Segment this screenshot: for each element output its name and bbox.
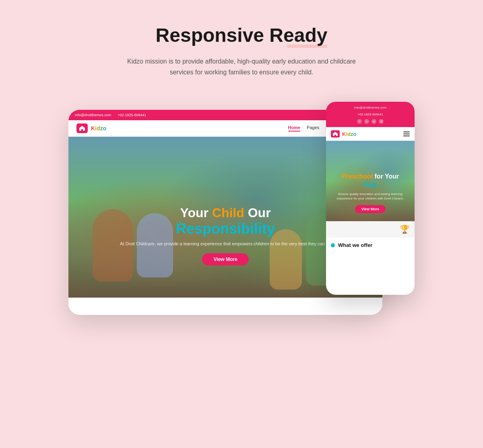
- mobile-what-we-offer-section: What we offer: [326, 237, 415, 251]
- mobile-for-your-kids-text: for Your: [375, 173, 399, 180]
- page-subtitle: Kidzo mission is to provide affordable, …: [117, 56, 366, 78]
- hero-title-line2: Responsibility: [101, 220, 350, 237]
- mobile-top-bar: info@droitthemes.com +02-1825-609441 f t…: [326, 102, 415, 127]
- svg-marker-1: [332, 132, 338, 136]
- mobile-nav: Kidzo: [326, 127, 415, 141]
- mobile-preschool-text: Preschool: [342, 173, 373, 180]
- mobile-logo: Kidzo: [331, 130, 356, 138]
- hero-child-text: Child: [212, 206, 248, 220]
- nav-home[interactable]: Home: [288, 125, 301, 132]
- mobile-contact-info: info@droitthemes.com +02-1825-609441: [331, 105, 410, 117]
- hamburger-line-1: [403, 132, 410, 132]
- hamburger-menu-icon[interactable]: [403, 132, 410, 136]
- mobile-hero-title: Preschool for Your Kids: [330, 173, 411, 189]
- tablet-email: info@droitthemes.com: [75, 113, 111, 117]
- hero-your-text: Your: [180, 206, 212, 220]
- offer-dot-icon: [331, 243, 335, 247]
- mobile-house-icon: [332, 132, 339, 136]
- mobile-email: info@droitthemes.com: [354, 105, 386, 111]
- tablet-contact-info: info@droitthemes.com +02-1825-609441: [75, 113, 147, 117]
- mobile-pinterest-icon: ⊕: [379, 119, 384, 124]
- hamburger-line-2: [403, 134, 410, 134]
- trophy-icon: 🏆: [400, 224, 410, 234]
- mobile-logo-text: Kidzo: [342, 131, 356, 137]
- devices-wrapper: info@droitthemes.com +02-1825-609441 Fol…: [68, 102, 415, 327]
- house-icon: [78, 125, 86, 132]
- mobile-facebook-icon: f: [357, 119, 362, 124]
- tablet-view-more-button[interactable]: View More: [202, 253, 248, 265]
- mobile-hero: Preschool for Your Kids Ensure quality e…: [326, 141, 415, 221]
- mobile-mockup: info@droitthemes.com +02-1825-609441 f t…: [326, 102, 415, 295]
- mobile-phone: +02-1825-609441: [357, 112, 383, 117]
- hero-subtitle: At Droit Childcare, we provide a learnin…: [101, 240, 350, 247]
- mobile-twitter-icon: t: [364, 119, 369, 124]
- mobile-social-row: f t in ⊕: [331, 119, 410, 124]
- tablet-phone: +02-1825-609441: [118, 113, 146, 117]
- mobile-view-more-button[interactable]: View More: [355, 205, 386, 213]
- mobile-trophy-area: 🏆: [326, 221, 415, 237]
- tablet-logo-text: Kidzo: [91, 125, 106, 132]
- page-title: Responsive Ready: [156, 24, 328, 46]
- mobile-linkedin-icon: in: [372, 119, 376, 124]
- hero-title-line1: Your Child Our: [101, 206, 350, 220]
- mobile-kids-text: Kids: [363, 181, 378, 188]
- hamburger-line-3: [403, 136, 410, 136]
- hero-our-text: Our: [248, 206, 271, 220]
- svg-marker-0: [79, 126, 85, 131]
- mobile-hero-content: Preschool for Your Kids Ensure quality e…: [330, 173, 411, 213]
- tablet-logo: Kidzo: [76, 123, 106, 133]
- mobile-logo-icon: [331, 130, 340, 138]
- mobile-offer-title: What we offer: [338, 242, 372, 248]
- mobile-hero-desc: Ensure quality education and lasting lea…: [330, 192, 411, 201]
- nav-pages[interactable]: Pages: [307, 125, 319, 132]
